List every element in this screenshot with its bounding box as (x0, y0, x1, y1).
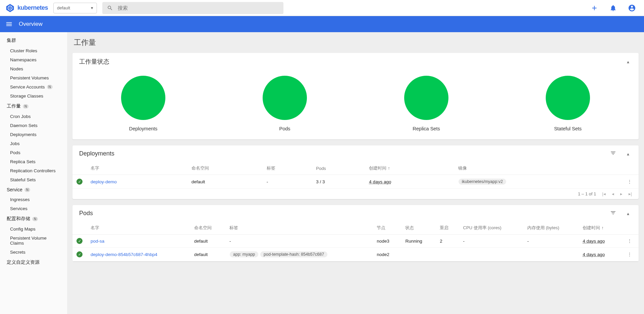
table-row: ✓ pod-sa default - node3 Running 2 - - 4… (72, 235, 639, 248)
sidebar-section[interactable]: 工作量N (0, 101, 67, 112)
cell-status: Running (401, 235, 436, 248)
account-button[interactable] (625, 1, 639, 15)
pod-link[interactable]: deploy-demo-854b57c687-4hbp4 (91, 252, 157, 257)
sidebar-item[interactable]: Persistent Volume Claims (0, 234, 67, 248)
status-item: Deployments (121, 76, 165, 131)
menu-icon[interactable] (5, 20, 13, 28)
cell-node: node2 (373, 248, 401, 261)
sidebar-item[interactable]: Storage Classes (0, 91, 67, 101)
cell-status (401, 248, 436, 261)
namespace-select[interactable]: default ▾ (53, 3, 97, 13)
success-icon: ✓ (76, 179, 83, 185)
sidebar-item[interactable]: Deployments (0, 130, 67, 139)
filter-icon[interactable] (607, 150, 619, 157)
status-item: Pods (263, 76, 307, 131)
search-box[interactable] (102, 2, 283, 14)
more-icon[interactable]: ⋮ (625, 179, 635, 184)
sidebar-section[interactable]: ServiceN (0, 184, 67, 195)
col-namespace[interactable]: 命名空间 (187, 162, 263, 175)
deployments-pagination: 1 – 1 of 1 |◂ ◂ ▸ ▸| (72, 189, 639, 199)
logo[interactable]: kubernetes (5, 3, 48, 13)
sidebar-item[interactable]: Replica Sets (0, 157, 67, 166)
main-content: 工作量 工作量状态 ▴ DeploymentsPodsReplica SetsS… (67, 32, 644, 314)
col-pods[interactable]: Pods (312, 162, 365, 175)
col-status[interactable]: 状态 (401, 222, 436, 235)
col-cpu[interactable]: CPU 使用率 (cores) (459, 222, 523, 235)
collapse-icon[interactable]: ▴ (624, 59, 632, 64)
svg-point-2 (9, 7, 11, 9)
sidebar-section[interactable]: 定义自定义资源 (0, 257, 67, 268)
last-page-icon[interactable]: ▸| (629, 191, 632, 196)
sidebar-item[interactable]: Pods (0, 148, 67, 157)
sidebar-item[interactable]: Nodes (0, 64, 67, 73)
deploy-link[interactable]: deploy-demo (91, 179, 117, 184)
topbar: kubernetes default ▾ (0, 0, 644, 16)
sidebar-item[interactable]: Services (0, 204, 67, 213)
col-labels[interactable]: 标签 (225, 222, 373, 235)
sidebar-section[interactable]: 配置和存储N (0, 213, 67, 225)
sidebar-item[interactable]: Namespaces (0, 55, 67, 64)
sidebar-item[interactable]: Ingresses (0, 195, 67, 204)
sidebar: 集群Cluster RolesNamespacesNodesPersistent… (0, 32, 67, 314)
status-label: Stateful Sets (554, 126, 582, 131)
sidebar-item[interactable]: Secrets (0, 248, 67, 257)
collapse-icon[interactable]: ▴ (624, 211, 632, 216)
cell-labels: app: myapp pod-template-hash: 854b57c687 (225, 248, 373, 261)
col-images[interactable]: 镜像 (454, 162, 621, 175)
more-icon[interactable]: ⋮ (625, 239, 635, 244)
pod-link[interactable]: pod-sa (91, 239, 104, 244)
prev-page-icon[interactable]: ◂ (612, 191, 614, 196)
next-page-icon[interactable]: ▸ (620, 191, 623, 196)
search-input[interactable] (118, 5, 279, 11)
chevron-down-icon: ▾ (91, 5, 93, 10)
cell-labels: - (263, 175, 312, 189)
page-title: 工作量 (72, 38, 639, 48)
col-created[interactable]: 创建时间↑ (579, 222, 621, 235)
sidebar-item[interactable]: Stateful Sets (0, 175, 67, 184)
status-label: Replica Sets (413, 126, 440, 131)
sidebar-item[interactable]: Cron Jobs (0, 112, 67, 121)
sidebar-item[interactable]: Config Maps (0, 225, 67, 234)
plus-icon (591, 4, 598, 12)
deployments-table: 名字 命名空间 标签 Pods 创建时间↑ 镜像 ✓ deploy-demo d… (72, 162, 639, 189)
cell-namespace: default (190, 235, 225, 248)
sidebar-item[interactable]: Replication Controllers (0, 166, 67, 175)
table-row: ✓ deploy-demo default - 3 / 3 4 days ago… (72, 175, 639, 189)
col-name[interactable]: 名字 (87, 162, 187, 175)
col-labels[interactable]: 标签 (263, 162, 312, 175)
cell-created: 4 days ago (579, 248, 621, 261)
namespace-selected: default (57, 5, 70, 10)
sidebar-item[interactable]: Persistent Volumes (0, 73, 67, 82)
col-namespace[interactable]: 命名空间 (190, 222, 225, 235)
col-memory[interactable]: 内存使用 (bytes) (523, 222, 579, 235)
cell-namespace: default (187, 175, 263, 189)
cell-pods: 3 / 3 (312, 175, 365, 189)
collapse-icon[interactable]: ▴ (624, 151, 632, 156)
filter-icon[interactable] (607, 210, 619, 217)
notifications-button[interactable] (606, 1, 620, 15)
kubernetes-icon (5, 3, 15, 13)
cell-created: 4 days ago (365, 175, 454, 189)
workload-status-card: 工作量状态 ▴ DeploymentsPodsReplica SetsState… (72, 53, 639, 139)
first-page-icon[interactable]: |◂ (602, 191, 605, 196)
col-restarts[interactable]: 重启 (436, 222, 459, 235)
badge: N (24, 188, 30, 192)
badge: N (47, 85, 53, 89)
sidebar-item[interactable]: Jobs (0, 139, 67, 148)
sidebar-section[interactable]: 集群 (0, 35, 67, 46)
sidebar-item[interactable]: Service AccountsN (0, 82, 67, 91)
sidebar-item[interactable]: Cluster Roles (0, 46, 67, 55)
status-item: Stateful Sets (546, 76, 590, 131)
pods-card: Pods ▴ 名字 命名空间 标签 节点 状态 重启 CPU 使用率 (core… (72, 205, 639, 261)
create-button[interactable] (588, 1, 601, 15)
col-created[interactable]: 创建时间↑ (365, 162, 454, 175)
status-chart (546, 76, 590, 120)
col-node[interactable]: 节点 (373, 222, 401, 235)
badge: N (23, 104, 29, 109)
more-icon[interactable]: ⋮ (625, 252, 635, 257)
col-name[interactable]: 名字 (87, 222, 190, 235)
cell-memory (523, 248, 579, 261)
status-item: Replica Sets (404, 76, 448, 131)
cell-created: 4 days ago (579, 235, 621, 248)
sidebar-item[interactable]: Daemon Sets (0, 121, 67, 130)
